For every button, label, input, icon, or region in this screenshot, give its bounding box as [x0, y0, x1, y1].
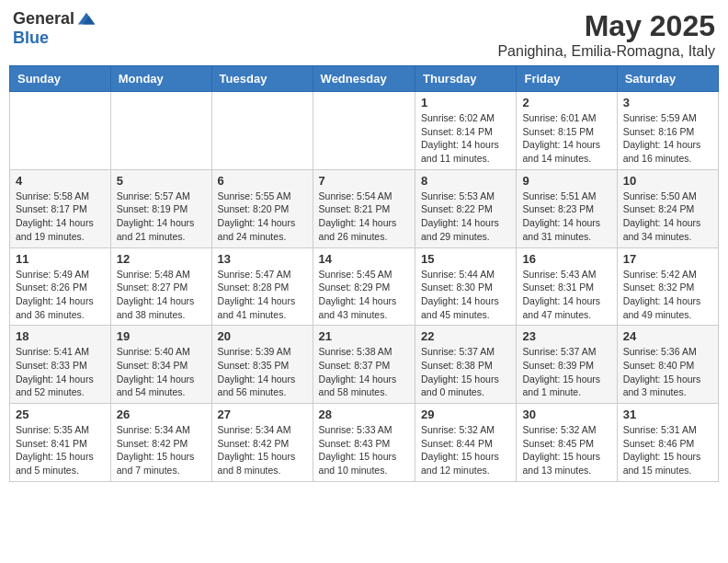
calendar-cell-1-3 [211, 92, 313, 170]
day-info: Sunrise: 5:36 AMSunset: 8:40 PMDaylight:… [623, 345, 712, 399]
calendar-cell-2-4: 7Sunrise: 5:54 AMSunset: 8:21 PMDaylight… [313, 169, 415, 247]
weekday-header-tuesday: Tuesday [211, 66, 313, 92]
day-number: 5 [117, 174, 206, 188]
logo-blue-text: Blue [13, 29, 97, 48]
day-info: Sunrise: 5:42 AMSunset: 8:32 PMDaylight:… [623, 268, 712, 322]
calendar-cell-1-7: 3Sunrise: 5:59 AMSunset: 8:16 PMDaylight… [617, 92, 718, 170]
day-number: 1 [421, 96, 510, 109]
calendar-cell-1-5: 1Sunrise: 6:02 AMSunset: 8:14 PMDaylight… [415, 92, 517, 170]
day-number: 2 [522, 96, 610, 109]
day-info: Sunrise: 5:54 AMSunset: 8:21 PMDaylight:… [319, 190, 409, 244]
day-number: 14 [319, 252, 409, 266]
calendar-cell-2-6: 9Sunrise: 5:51 AMSunset: 8:23 PMDaylight… [517, 169, 617, 247]
day-number: 26 [117, 408, 206, 421]
calendar-cell-5-2: 26Sunrise: 5:34 AMSunset: 8:42 PMDayligh… [110, 404, 211, 482]
day-number: 17 [623, 252, 712, 266]
day-number: 23 [522, 329, 610, 343]
day-number: 8 [421, 174, 510, 188]
calendar-cell-5-5: 29Sunrise: 5:32 AMSunset: 8:44 PMDayligh… [415, 404, 517, 482]
calendar-cell-2-1: 4Sunrise: 5:58 AMSunset: 8:17 PMDaylight… [10, 169, 111, 247]
calendar-week-2: 4Sunrise: 5:58 AMSunset: 8:17 PMDaylight… [10, 169, 719, 247]
calendar-cell-5-6: 30Sunrise: 5:32 AMSunset: 8:45 PMDayligh… [517, 404, 617, 482]
day-info: Sunrise: 5:32 AMSunset: 8:45 PMDaylight:… [522, 423, 610, 477]
weekday-header-thursday: Thursday [415, 66, 517, 92]
calendar-cell-2-7: 10Sunrise: 5:50 AMSunset: 8:24 PMDayligh… [617, 169, 718, 247]
calendar-cell-1-4 [313, 92, 415, 170]
calendar-cell-5-7: 31Sunrise: 5:31 AMSunset: 8:46 PMDayligh… [617, 404, 718, 482]
subtitle: Panighina, Emilia-Romagna, Italy [497, 43, 715, 60]
calendar-cell-1-2 [110, 92, 211, 170]
calendar-week-1: 1Sunrise: 6:02 AMSunset: 8:14 PMDaylight… [10, 92, 719, 170]
weekday-header-wednesday: Wednesday [313, 66, 415, 92]
calendar-cell-1-1 [10, 92, 111, 170]
day-number: 15 [421, 252, 510, 266]
page-header: General Blue May 2025 Panighina, Emilia-… [9, 9, 719, 60]
day-info: Sunrise: 5:33 AMSunset: 8:43 PMDaylight:… [319, 423, 409, 477]
day-number: 6 [218, 174, 307, 188]
calendar-cell-1-6: 2Sunrise: 6:01 AMSunset: 8:15 PMDaylight… [517, 92, 617, 170]
day-info: Sunrise: 5:37 AMSunset: 8:38 PMDaylight:… [421, 345, 510, 399]
calendar-week-4: 18Sunrise: 5:41 AMSunset: 8:33 PMDayligh… [10, 326, 719, 404]
day-info: Sunrise: 5:32 AMSunset: 8:44 PMDaylight:… [421, 423, 510, 477]
day-number: 18 [16, 329, 105, 343]
day-number: 3 [623, 96, 712, 109]
day-number: 9 [522, 174, 610, 188]
day-number: 30 [522, 408, 610, 421]
calendar-cell-4-7: 24Sunrise: 5:36 AMSunset: 8:40 PMDayligh… [617, 326, 718, 404]
day-info: Sunrise: 5:55 AMSunset: 8:20 PMDaylight:… [218, 190, 307, 244]
day-info: Sunrise: 5:48 AMSunset: 8:27 PMDaylight:… [117, 268, 206, 322]
calendar-cell-3-5: 15Sunrise: 5:44 AMSunset: 8:30 PMDayligh… [415, 247, 517, 326]
logo-general-text: General [13, 10, 74, 29]
day-info: Sunrise: 5:47 AMSunset: 8:28 PMDaylight:… [218, 268, 307, 322]
calendar-cell-4-1: 18Sunrise: 5:41 AMSunset: 8:33 PMDayligh… [10, 326, 111, 404]
calendar-cell-2-3: 6Sunrise: 5:55 AMSunset: 8:20 PMDaylight… [211, 169, 313, 247]
day-info: Sunrise: 5:57 AMSunset: 8:19 PMDaylight:… [117, 190, 206, 244]
calendar-cell-5-3: 27Sunrise: 5:34 AMSunset: 8:42 PMDayligh… [211, 404, 313, 482]
main-title: May 2025 [497, 9, 715, 43]
day-info: Sunrise: 5:41 AMSunset: 8:33 PMDaylight:… [16, 345, 105, 399]
day-info: Sunrise: 5:44 AMSunset: 8:30 PMDaylight:… [421, 268, 510, 322]
day-info: Sunrise: 5:53 AMSunset: 8:22 PMDaylight:… [421, 190, 510, 244]
calendar-cell-3-3: 13Sunrise: 5:47 AMSunset: 8:28 PMDayligh… [211, 247, 313, 326]
day-info: Sunrise: 5:39 AMSunset: 8:35 PMDaylight:… [218, 345, 307, 399]
day-number: 31 [623, 408, 712, 421]
day-info: Sunrise: 5:31 AMSunset: 8:46 PMDaylight:… [623, 423, 712, 477]
day-info: Sunrise: 5:49 AMSunset: 8:26 PMDaylight:… [16, 268, 105, 322]
weekday-header-friday: Friday [517, 66, 617, 92]
day-info: Sunrise: 5:43 AMSunset: 8:31 PMDaylight:… [522, 268, 610, 322]
day-number: 13 [218, 252, 307, 266]
day-info: Sunrise: 5:45 AMSunset: 8:29 PMDaylight:… [319, 268, 409, 322]
logo-icon [76, 9, 97, 29]
day-info: Sunrise: 5:37 AMSunset: 8:39 PMDaylight:… [522, 345, 610, 399]
day-number: 11 [16, 252, 105, 266]
day-number: 25 [16, 408, 105, 421]
calendar-table: SundayMondayTuesdayWednesdayThursdayFrid… [9, 65, 719, 482]
calendar-cell-2-2: 5Sunrise: 5:57 AMSunset: 8:19 PMDaylight… [110, 169, 211, 247]
weekday-header-saturday: Saturday [617, 66, 718, 92]
title-block: May 2025 Panighina, Emilia-Romagna, Ital… [497, 9, 715, 60]
day-number: 21 [319, 329, 409, 343]
day-number: 12 [117, 252, 206, 266]
calendar-cell-4-6: 23Sunrise: 5:37 AMSunset: 8:39 PMDayligh… [517, 326, 617, 404]
day-number: 27 [218, 408, 307, 421]
day-number: 24 [623, 329, 712, 343]
day-info: Sunrise: 5:59 AMSunset: 8:16 PMDaylight:… [623, 111, 712, 166]
day-info: Sunrise: 5:58 AMSunset: 8:17 PMDaylight:… [16, 190, 105, 244]
calendar-cell-4-2: 19Sunrise: 5:40 AMSunset: 8:34 PMDayligh… [110, 326, 211, 404]
day-number: 7 [319, 174, 409, 188]
calendar-cell-4-4: 21Sunrise: 5:38 AMSunset: 8:37 PMDayligh… [313, 326, 415, 404]
day-number: 29 [421, 408, 510, 421]
day-number: 28 [319, 408, 409, 421]
calendar-week-3: 11Sunrise: 5:49 AMSunset: 8:26 PMDayligh… [10, 247, 719, 326]
weekday-header-monday: Monday [110, 66, 211, 92]
calendar-cell-3-7: 17Sunrise: 5:42 AMSunset: 8:32 PMDayligh… [617, 247, 718, 326]
calendar-cell-4-5: 22Sunrise: 5:37 AMSunset: 8:38 PMDayligh… [415, 326, 517, 404]
day-info: Sunrise: 5:50 AMSunset: 8:24 PMDaylight:… [623, 190, 712, 244]
day-number: 19 [117, 329, 206, 343]
calendar-cell-3-4: 14Sunrise: 5:45 AMSunset: 8:29 PMDayligh… [313, 247, 415, 326]
day-info: Sunrise: 5:51 AMSunset: 8:23 PMDaylight:… [522, 190, 610, 244]
day-info: Sunrise: 6:01 AMSunset: 8:15 PMDaylight:… [522, 111, 610, 166]
day-number: 16 [522, 252, 610, 266]
logo: General Blue [13, 9, 97, 48]
calendar-cell-5-1: 25Sunrise: 5:35 AMSunset: 8:41 PMDayligh… [10, 404, 111, 482]
